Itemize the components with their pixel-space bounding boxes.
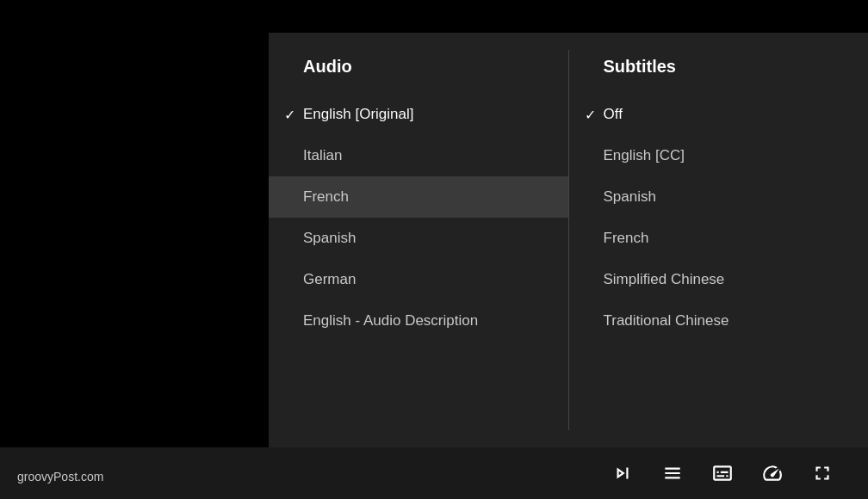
audio-item-label: French xyxy=(303,188,349,206)
audio-item-0[interactable]: ✓English [Original] xyxy=(269,94,568,135)
skip-forward-icon[interactable] xyxy=(611,462,634,484)
subtitle-item-label: French xyxy=(604,230,649,247)
audio-item-4[interactable]: German xyxy=(269,259,568,300)
check-icon: ✓ xyxy=(284,107,295,123)
subtitle-item-0[interactable]: ✓Off xyxy=(569,94,869,135)
subtitle-item-2[interactable]: Spanish xyxy=(569,176,869,218)
check-icon: ✓ xyxy=(585,107,596,123)
audio-item-label: English - Audio Description xyxy=(303,312,478,330)
subtitle-item-label: Simplified Chinese xyxy=(604,271,725,288)
audio-item-label: Spanish xyxy=(303,230,356,247)
audio-item-1[interactable]: Italian xyxy=(269,135,568,176)
settings-panel: Audio ✓English [Original]ItalianFrenchSp… xyxy=(269,33,868,447)
subtitle-item-label: Spanish xyxy=(604,188,656,206)
subtitle-item-5[interactable]: Traditional Chinese xyxy=(569,300,869,342)
subtitle-item-1[interactable]: English [CC] xyxy=(569,135,869,176)
subtitles-column: Subtitles ✓OffEnglish [CC]SpanishFrenchS… xyxy=(569,33,869,447)
audio-item-label: Italian xyxy=(303,147,342,164)
subtitle-item-label: Traditional Chinese xyxy=(604,312,729,330)
subtitle-item-label: English [CC] xyxy=(604,147,685,164)
audio-item-2[interactable]: French xyxy=(269,176,568,218)
subtitle-item-3[interactable]: French xyxy=(569,218,869,259)
fullscreen-icon[interactable] xyxy=(811,462,834,484)
subtitle-item-4[interactable]: Simplified Chinese xyxy=(569,259,869,300)
audio-header: Audio xyxy=(269,57,568,94)
audio-item-5[interactable]: English - Audio Description xyxy=(269,300,568,342)
episodes-icon[interactable] xyxy=(661,462,684,484)
audio-column: Audio ✓English [Original]ItalianFrenchSp… xyxy=(269,33,568,447)
audio-item-label: German xyxy=(303,271,356,288)
watermark: groovyPost.com xyxy=(17,470,103,484)
subtitles-icon[interactable] xyxy=(711,462,734,484)
controls-bar xyxy=(0,447,868,499)
audio-item-3[interactable]: Spanish xyxy=(269,218,568,259)
speed-icon[interactable] xyxy=(761,462,784,484)
subtitle-item-label: Off xyxy=(604,106,623,123)
subtitles-header: Subtitles xyxy=(569,57,869,94)
audio-item-label: English [Original] xyxy=(303,106,414,123)
